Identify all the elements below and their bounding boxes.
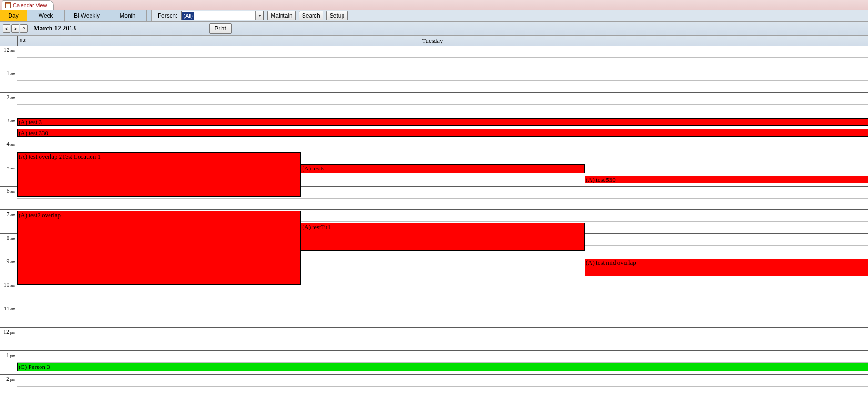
hour-label: 12 am — [0, 46, 17, 69]
maintain-button[interactable]: Maintain — [267, 11, 295, 20]
search-button[interactable]: Search — [299, 11, 323, 20]
calendar-event[interactable]: (A) test overlap 2Test Location 1 — [17, 152, 301, 197]
calendar-event-label: (A) test 330 — [19, 129, 48, 137]
view-tab-month[interactable]: Month — [109, 10, 147, 21]
calendar-event[interactable]: (A) test 3 — [17, 118, 868, 126]
view-tab-month-label: Month — [120, 12, 135, 19]
view-tab-biweekly[interactable]: Bi-Weekly — [65, 10, 109, 21]
calendar-event-label: (A) test mid overlap — [586, 259, 636, 266]
calendar-event[interactable]: (A) test2 overlap — [17, 211, 301, 285]
setup-button-label: Setup — [330, 12, 344, 19]
prev-button[interactable]: < — [3, 24, 10, 33]
view-tab-biweekly-label: Bi-Weekly — [74, 12, 100, 19]
hour-label: 10 am — [0, 280, 17, 303]
calendar-event-label: (C) Person 3 — [19, 363, 50, 370]
up-icon: ^ — [23, 26, 25, 31]
hour-label: 3 am — [0, 116, 17, 139]
calendar-event-label: (A) test5 — [302, 165, 324, 172]
view-tab-day[interactable]: Day — [0, 10, 27, 21]
app-window: Calendar View Day Week Bi-Weekly Month P… — [0, 0, 868, 398]
form-icon — [5, 2, 11, 8]
prev-icon: < — [5, 26, 8, 31]
calendar-event-label: (A) test2 overlap — [19, 211, 61, 219]
calendar-event[interactable]: (A) test 330 — [17, 129, 868, 137]
calendar-event[interactable]: (A) testTu1 — [301, 223, 584, 251]
maintain-button-label: Maintain — [271, 12, 292, 19]
calendar-event[interactable]: (A) test mid overlap — [585, 259, 868, 276]
toolbar: Day Week Bi-Weekly Month Person: (All) M… — [0, 10, 868, 22]
svg-rect-3 — [6, 6, 10, 6]
svg-rect-4 — [6, 7, 9, 7]
calendar-event-label: (A) testTu1 — [302, 223, 331, 230]
date-title: March 12 2013 — [33, 25, 76, 32]
calendar-event[interactable]: (A) test 530 — [585, 176, 868, 183]
person-filter-combo[interactable]: (All) — [181, 11, 264, 20]
document-tab-label: Calendar View — [13, 2, 47, 8]
document-tab-bar: Calendar View — [0, 0, 868, 10]
hour-label: 12 pm — [0, 328, 17, 350]
up-button[interactable]: ^ — [20, 24, 28, 33]
person-filter-label: Person: — [152, 10, 181, 21]
hour-label: 1 pm — [0, 351, 17, 374]
setup-button[interactable]: Setup — [326, 11, 348, 20]
hour-label: 2 am — [0, 93, 17, 116]
calendar-event-label: (A) test 530 — [586, 176, 616, 183]
day-header-number: 12 — [20, 37, 26, 44]
hour-label: 11 am — [0, 304, 17, 327]
nav-row: < > ^ March 12 2013 Print — [0, 22, 868, 36]
chevron-down-icon[interactable] — [255, 11, 263, 20]
view-tab-week-label: Week — [39, 12, 53, 19]
hour-label: 6 am — [0, 187, 17, 209]
hour-label: 5 am — [0, 163, 17, 186]
calendar-event-label: (A) test 3 — [19, 119, 42, 126]
hour-label: 1 am — [0, 69, 17, 92]
day-header-name: Tuesday — [422, 37, 443, 45]
calendar-event[interactable]: (C) Person 3 — [17, 363, 868, 371]
print-button-label: Print — [214, 25, 226, 32]
print-button[interactable]: Print — [209, 23, 232, 34]
view-tab-day-label: Day — [8, 12, 18, 19]
next-icon: > — [14, 26, 17, 31]
svg-rect-2 — [6, 5, 10, 5]
hour-label: 4 am — [0, 139, 17, 162]
hour-label: 2 pm — [0, 375, 17, 398]
hour-label: 8 am — [0, 234, 17, 257]
svg-rect-1 — [6, 3, 10, 4]
events-layer: (A) test 3(A) test 330(A) test overlap 2… — [17, 46, 868, 398]
calendar-event[interactable]: (A) test5 — [301, 164, 584, 173]
toolbar-filler — [349, 10, 868, 21]
view-tab-week[interactable]: Week — [27, 10, 65, 21]
person-filter-value: (All) — [182, 12, 194, 20]
document-tab-calendar-view[interactable]: Calendar View — [2, 0, 54, 10]
next-button[interactable]: > — [11, 24, 19, 33]
calendar-grid[interactable]: 12 am1 am2 am3 am4 am5 am6 am7 am8 am9 a… — [0, 46, 868, 398]
toolbar-spacer — [147, 10, 152, 21]
hour-label: 7 am — [0, 210, 17, 233]
search-button-label: Search — [302, 12, 320, 19]
hour-label: 9 am — [0, 257, 17, 280]
calendar-event-label: (A) test overlap 2Test Location 1 — [19, 153, 101, 160]
